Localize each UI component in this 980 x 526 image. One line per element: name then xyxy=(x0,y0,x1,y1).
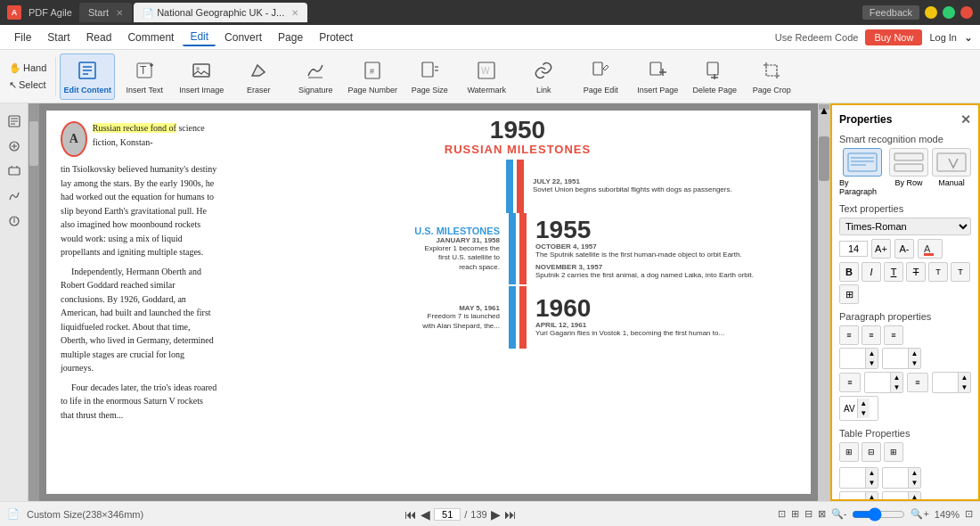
panel-close-button[interactable]: ✕ xyxy=(960,112,971,127)
table-spinner-2-up[interactable]: ▲ xyxy=(908,468,920,478)
spinner-2-input[interactable] xyxy=(883,352,908,366)
table-spinner-1-input[interactable] xyxy=(840,472,865,485)
scroll-left[interactable] xyxy=(29,103,39,501)
spinner-1-input[interactable] xyxy=(840,352,865,366)
font-size-input[interactable] xyxy=(839,241,868,257)
signature-button[interactable]: Signature xyxy=(288,53,343,100)
spinner-4[interactable]: ▲ ▼ xyxy=(932,372,971,393)
delete-page-button[interactable]: Delete Page xyxy=(687,53,742,100)
spinner-4-down[interactable]: ▼ xyxy=(958,382,970,392)
vertical-scrollbar[interactable]: ▲ xyxy=(818,103,830,501)
subscript-button[interactable]: T xyxy=(951,262,970,282)
edit-content-button[interactable]: Edit Content xyxy=(60,53,115,100)
table-spinner-3-up[interactable]: ▲ xyxy=(865,492,878,501)
page-edit-button[interactable]: Page Edit xyxy=(573,53,628,100)
spinner-1[interactable]: ▲ ▼ xyxy=(839,348,878,369)
table-spinner-2[interactable]: ▲ ▼ xyxy=(882,467,921,489)
spinner-1-down[interactable]: ▼ xyxy=(865,358,878,368)
align-center-button[interactable]: ≡ xyxy=(862,325,881,345)
fit-page-button[interactable]: ⊡ xyxy=(965,508,973,520)
feedback-button[interactable]: Feedback xyxy=(862,5,919,20)
side-tool-1[interactable] xyxy=(4,111,25,132)
next-page-button[interactable]: ▶ xyxy=(491,507,501,522)
align-left-button[interactable]: ≡ xyxy=(839,325,859,345)
font-size-decrease[interactable]: A- xyxy=(894,239,914,259)
zoom-slider[interactable] xyxy=(852,507,905,522)
rec-mode-paragraph[interactable]: By Paragraph xyxy=(839,148,886,196)
table-spinner-4-up[interactable]: ▲ xyxy=(908,492,920,501)
rec-mode-manual[interactable]: Manual xyxy=(932,148,971,196)
table-spinner-3-input[interactable] xyxy=(840,496,865,502)
spinner-1-up[interactable]: ▲ xyxy=(865,349,878,358)
insert-page-button[interactable]: Insert Page xyxy=(630,53,685,100)
login-button[interactable]: Log In xyxy=(929,32,957,43)
prev-page-button[interactable]: ◀ xyxy=(421,507,430,522)
table-spinner-4[interactable]: ▲ ▼ xyxy=(882,491,921,501)
spinner-4-up[interactable]: ▲ xyxy=(958,373,970,382)
menu-protect[interactable]: Protect xyxy=(312,29,360,45)
first-page-button[interactable]: ⏮ xyxy=(404,507,417,522)
last-page-button[interactable]: ⏭ xyxy=(504,507,517,522)
watermark-button[interactable]: W Watermark xyxy=(459,53,514,100)
tab-start[interactable]: Start ✕ xyxy=(79,3,132,22)
table-spinner-3[interactable]: ▲ ▼ xyxy=(839,491,878,501)
menu-comment[interactable]: Comment xyxy=(120,29,181,45)
buy-now-button[interactable]: Buy Now xyxy=(865,29,922,45)
font-select[interactable]: Times-Roman xyxy=(839,218,971,235)
av-input[interactable]: AV ▲ ▼ xyxy=(839,396,878,421)
font-color-button[interactable]: A xyxy=(918,239,943,259)
zoom-in-icon[interactable]: 🔍+ xyxy=(911,508,928,520)
spinner-2-up[interactable]: ▲ xyxy=(908,349,920,358)
tab-close-start[interactable]: ✕ xyxy=(116,8,123,18)
scroll-thumb-left[interactable] xyxy=(29,121,38,166)
para-style-button[interactable]: ≡ xyxy=(907,373,928,392)
chevron-down-icon[interactable]: ⌄ xyxy=(964,31,973,44)
table-spinner-1-down[interactable]: ▼ xyxy=(865,478,878,488)
side-tool-4[interactable] xyxy=(4,185,25,207)
scroll-up-arrow[interactable]: ▲ xyxy=(819,104,829,110)
minimize-button[interactable] xyxy=(925,6,937,19)
strikethrough-button[interactable]: T xyxy=(906,262,926,282)
page-size-button[interactable]: Page Size xyxy=(402,53,457,100)
select-tool[interactable]: ↖ Select xyxy=(5,78,50,93)
tab-nguk[interactable]: 📄 National Geographic UK - J... ✕ xyxy=(134,3,307,22)
spinner-2-down[interactable]: ▼ xyxy=(908,358,920,368)
table-spinner-1[interactable]: ▲ ▼ xyxy=(839,467,878,489)
table-spinner-2-down[interactable]: ▼ xyxy=(908,478,920,488)
tab-close-nguk[interactable]: ✕ xyxy=(291,8,298,18)
page-number-button[interactable]: # Page Number xyxy=(345,53,400,100)
spinner-3[interactable]: ▲ ▼ xyxy=(864,372,903,393)
side-tool-3[interactable] xyxy=(4,160,25,182)
spinner-3-input[interactable] xyxy=(865,376,890,390)
menu-edit[interactable]: Edit xyxy=(183,29,216,46)
underline-button[interactable]: T xyxy=(884,262,903,282)
spinner-3-down[interactable]: ▼ xyxy=(890,382,902,392)
superscript-button[interactable]: T xyxy=(928,262,948,282)
hand-tool[interactable]: ✋ Hand xyxy=(5,61,50,76)
list-style-button[interactable]: ≡ xyxy=(839,373,861,392)
menu-convert[interactable]: Convert xyxy=(217,29,269,45)
close-button[interactable] xyxy=(960,6,973,19)
font-size-increase[interactable]: A+ xyxy=(871,239,891,259)
spinner-3-up[interactable]: ▲ xyxy=(890,373,902,382)
menu-read[interactable]: Read xyxy=(79,29,119,45)
rec-mode-row[interactable]: By Row xyxy=(889,148,928,196)
link-button[interactable]: Link xyxy=(516,53,571,100)
view-mode-3[interactable]: ⊟ xyxy=(804,508,813,520)
table-btn-2[interactable]: ⊟ xyxy=(862,442,881,462)
table-btn-1[interactable]: ⊞ xyxy=(839,442,859,462)
zoom-out-icon[interactable]: 🔍- xyxy=(831,508,847,520)
italic-button[interactable]: I xyxy=(862,262,881,282)
maximize-button[interactable] xyxy=(943,6,955,19)
view-mode-1[interactable]: ⊡ xyxy=(778,508,786,520)
view-mode-2[interactable]: ⊞ xyxy=(791,508,799,520)
new-page-icon[interactable]: 📄 xyxy=(7,508,20,520)
insert-text-button[interactable]: T Insert Text xyxy=(117,53,172,100)
spinner-4-input[interactable] xyxy=(933,376,958,390)
view-mode-4[interactable]: ⊠ xyxy=(818,508,826,520)
bold-button[interactable]: B xyxy=(839,262,859,282)
menu-start[interactable]: Start xyxy=(40,29,77,45)
vertical-scroll-thumb[interactable] xyxy=(819,136,829,181)
page-crop-button[interactable]: Page Crop xyxy=(744,53,799,100)
insert-image-button[interactable]: Insert Image xyxy=(174,53,229,100)
